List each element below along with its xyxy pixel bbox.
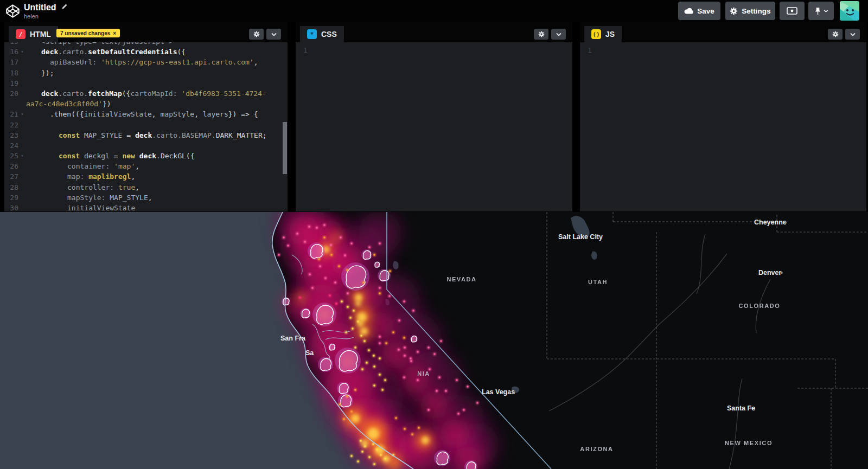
fold-arrow-icon[interactable]: ▾ [18,47,26,57]
code-line[interactable]: 16▾deck.carto.setDefaultCredentials({ [4,47,288,57]
fire-dot [354,389,356,390]
fire-dot [357,320,359,322]
fire-dot [417,351,418,352]
code-line[interactable]: 21▾.then(({initialViewState, mapStyle, l… [4,109,288,119]
fold-gutter [18,78,26,88]
edit-title-pencil-icon[interactable] [62,2,68,11]
css-code-editor[interactable]: 1 [296,42,572,211]
fire-dot [380,454,381,455]
html-code-editor[interactable]: 15<script type='text/javascript'>16▾deck… [4,42,288,211]
user-avatar[interactable] [840,1,859,21]
map-preview[interactable]: NEVADAUTAHCOLORADOARIZONANEW MEXICONIACh… [0,212,868,469]
pin-dropdown-button[interactable] [808,2,834,20]
line-number: 15 [4,42,18,47]
code-line[interactable]: 29mapStyle: MAP_STYLE, [4,192,288,203]
code-line[interactable]: 15<script type='text/javascript'> [4,42,288,47]
fold-gutter [18,203,26,211]
code-line[interactable]: aa7c-c48ed3c8f00d'}) [4,99,288,109]
pen-author: helen [24,13,68,20]
fire-dot [404,355,405,356]
css-tab-label: CSS [321,30,337,38]
pen-title: Untitled [24,3,56,12]
line-number [4,99,18,109]
fire-dot [347,306,348,307]
fire-dot [384,379,386,381]
js-code-editor[interactable]: 1 [580,42,866,211]
fire-dot [366,362,367,363]
fire-dot [287,245,289,246]
fire-dot [404,346,405,348]
codepen-logo-icon[interactable] [5,4,20,18]
fire-dot [278,254,279,255]
fold-arrow-icon[interactable]: ▾ [18,109,26,119]
line-number: 20 [4,88,18,99]
settings-button[interactable]: Settings [725,2,775,20]
fold-gutter [18,57,26,67]
line-number: 22 [4,120,18,130]
line-number: 28 [4,182,18,192]
code-line[interactable]: 28controller: true, [4,182,288,192]
unsaved-changes-badge[interactable]: 7 unsaved changes × [56,29,120,37]
unsaved-changes-text: 7 unsaved changes [60,30,110,36]
line-number: 23 [4,130,18,140]
js-panel-settings-button[interactable] [828,29,843,40]
html-panel-settings-button[interactable] [249,29,264,40]
css-panel-collapse-button[interactable] [551,29,566,40]
code-text: deck.carto.setDefaultCredentials({ [26,47,186,57]
fold-gutter [18,161,26,171]
css-panel-settings-button[interactable] [534,29,548,40]
css-tabbar: * CSS [296,22,572,42]
fold-arrow-icon[interactable]: ▾ [18,151,26,161]
pin-icon [814,7,821,15]
line-number: 17 [4,57,18,67]
tab-html[interactable]: / HTML [9,26,58,42]
html-editor-scrollbar[interactable] [283,122,287,174]
fire-dot [379,336,380,337]
fire-dot [388,295,390,297]
code-line[interactable]: 19 [4,78,288,88]
fire-dot [334,281,336,283]
map-state-label: UTAH [588,279,608,285]
html-tab-label: HTML [30,30,51,38]
code-text: container: 'map', [26,161,139,171]
css-tab-icon: * [307,29,317,39]
html-editor-panel: / HTML 7 unsaved changes × 15<script typ… [4,22,288,211]
code-line[interactable]: 25▾const deckgl = new deck.DeckGL({ [4,151,288,161]
code-line[interactable]: 22 [4,120,288,130]
save-button[interactable]: Save [678,2,720,20]
fire-dot [410,357,411,359]
change-view-button[interactable] [780,2,805,20]
code-text: map: maplibregl, [26,171,135,182]
code-line[interactable]: 18}); [4,68,288,78]
map-city-dot [781,272,783,274]
map-city-dot [750,407,752,409]
fire-dot [392,331,394,333]
fire-dot [347,292,348,294]
line-number: 27 [4,171,18,182]
fire-dot [346,269,348,271]
code-line[interactable]: 23const MAP_STYLE = deck.carto.BASEMAP.D… [4,130,288,140]
fire-dot [368,246,370,248]
heat-core [355,294,362,301]
line-number: 18 [4,68,18,78]
tab-css[interactable]: * CSS [300,26,344,42]
code-line[interactable]: 20deck.carto.fetchMap({cartoMapId: 'db4f… [4,88,288,99]
css-editor-panel: * CSS 1 [296,22,572,211]
html-panel-collapse-button[interactable] [266,29,281,40]
code-line[interactable]: 26container: 'map', [4,161,288,171]
fire-dot [373,384,375,386]
badge-close-icon[interactable]: × [113,30,116,36]
code-line[interactable]: 24 [4,140,288,151]
fire-dot [463,409,464,410]
fire-dot [398,349,399,350]
code-line[interactable]: 17apiBaseUrl: 'https://gcp-us-east1.api.… [4,57,288,67]
code-line[interactable]: 27map: maplibregl, [4,171,288,182]
line-number: 21 [4,109,18,119]
map-city-label: Denver [758,269,782,277]
fire-dot [389,270,391,272]
fire-dot [427,409,429,410]
code-text: deck.carto.fetchMap({cartoMapId: 'db4f69… [26,88,266,99]
js-panel-collapse-button[interactable] [845,29,860,40]
tab-js[interactable]: () JS [584,26,622,42]
code-line[interactable]: 30initialViewState [4,203,288,211]
